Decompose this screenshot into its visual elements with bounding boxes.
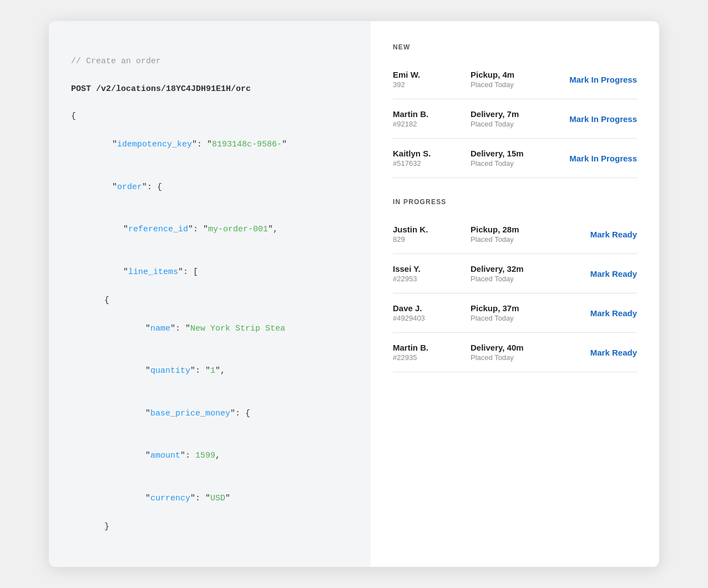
mark-ready-btn-dave[interactable]: Mark Ready (590, 306, 637, 320)
code-brace-open: { (71, 109, 348, 124)
order-row-justin: Justin K. 829 Pickup, 28m Placed Today M… (393, 215, 637, 254)
order-type-dave: Pickup, 37m (471, 303, 548, 313)
order-action-dave[interactable]: Mark Ready (548, 306, 637, 320)
mark-ready-btn-issei[interactable]: Mark Ready (590, 267, 637, 281)
section-header-new: NEW (393, 43, 637, 51)
order-placed-martin-b: Placed Today (471, 120, 548, 128)
code-currency-field: "currency": "USD" (115, 477, 348, 520)
order-row-dave: Dave J. #4929403 Pickup, 37m Placed Toda… (393, 293, 637, 333)
code-item-open: { (104, 293, 348, 308)
main-container: // Create an order POST /v2/locations/18… (49, 21, 659, 567)
mark-in-progress-btn-emi[interactable]: Mark In Progress (569, 73, 637, 87)
mark-in-progress-btn-kaitlyn[interactable]: Mark In Progress (569, 151, 637, 165)
code-line-items-open: "line_items": [ (93, 251, 348, 293)
code-val-refid: my-order-001 (208, 225, 268, 234)
code-key-name: name (150, 324, 170, 333)
order-action-emi[interactable]: Mark In Progress (548, 73, 637, 87)
order-id-issei: #22953 (393, 275, 471, 283)
order-type-justin: Pickup, 28m (471, 225, 548, 234)
code-val-currency: USD (210, 494, 225, 503)
code-quantity-field: "quantity": "1", (115, 350, 348, 393)
order-details-justin: Pickup, 28m Placed Today (471, 225, 548, 244)
order-placed-dave: Placed Today (471, 314, 548, 322)
order-id-kaitlyn: #517632 (393, 159, 471, 168)
code-key-amount: amount (150, 451, 180, 460)
order-details-martin-b2: Delivery, 40m Placed Today (471, 343, 548, 362)
code-item-close: } (104, 520, 348, 534)
customer-name-dave: Dave J. (393, 303, 471, 313)
code-amount-field: "amount": 1599, (115, 435, 348, 478)
code-val-quantity: 1 (210, 366, 215, 376)
order-details-kaitlyn: Delivery, 15m Placed Today (471, 149, 548, 168)
order-customer-martin-b: Martin B. #92182 (393, 109, 471, 128)
order-id-martin-b: #92182 (393, 120, 471, 128)
code-reference-id: "reference_id": "my-order-001", (93, 209, 348, 251)
order-customer-emi: Emi W. 392 (393, 70, 471, 89)
code-key-refid: reference_id (128, 225, 188, 234)
order-type-martin-b2: Delivery, 40m (471, 343, 548, 352)
code-key-currency: currency (150, 494, 190, 503)
order-type-issei: Delivery, 32m (471, 264, 548, 273)
order-id-emi: 392 (393, 80, 471, 89)
code-order-open: "order": { (82, 166, 348, 209)
order-id-martin-b2: #22935 (393, 353, 471, 362)
order-type-kaitlyn: Delivery, 15m (471, 149, 548, 158)
order-type-martin-b: Delivery, 7m (471, 109, 548, 119)
order-action-martin-b[interactable]: Mark In Progress (548, 112, 637, 126)
order-action-kaitlyn[interactable]: Mark In Progress (548, 151, 637, 165)
customer-name-martin-b: Martin B. (393, 109, 471, 119)
section-header-in-progress: IN PROGRESS (393, 198, 637, 206)
order-customer-justin: Justin K. 829 (393, 225, 471, 244)
order-customer-dave: Dave J. #4929403 (393, 303, 471, 322)
order-customer-issei: Issei Y. #22953 (393, 264, 471, 283)
code-endpoint: POST /v2/locations/18YC4JDH91E1H/orc (71, 82, 348, 97)
order-action-martin-b2[interactable]: Mark Ready (548, 346, 637, 359)
order-placed-emi: Placed Today (471, 80, 548, 89)
mark-ready-btn-justin[interactable]: Mark Ready (590, 227, 637, 241)
order-type-emi: Pickup, 4m (471, 70, 548, 79)
order-customer-martin-b2: Martin B. #22935 (393, 343, 471, 362)
code-val-idempotency: 8193148c-9586- (212, 140, 282, 149)
code-key-order: order (117, 183, 142, 192)
order-id-justin: 829 (393, 235, 471, 244)
order-row-kaitlyn: Kaitlyn S. #517632 Delivery, 15m Placed … (393, 139, 637, 178)
order-details-dave: Pickup, 37m Placed Today (471, 303, 548, 322)
customer-name-martin-b2: Martin B. (393, 343, 471, 352)
order-placed-justin: Placed Today (471, 235, 548, 244)
code-price-open: "base_price_money": { (115, 392, 348, 435)
code-name-field: "name": "New York Strip Stea (115, 307, 348, 350)
code-panel: // Create an order POST /v2/locations/18… (49, 21, 371, 567)
order-placed-issei: Placed Today (471, 275, 548, 283)
order-customer-kaitlyn: Kaitlyn S. #517632 (393, 149, 471, 168)
code-key-lineitems: line_items (128, 267, 178, 277)
customer-name-emi: Emi W. (393, 70, 471, 79)
order-id-dave: #4929403 (393, 314, 471, 322)
order-placed-martin-b2: Placed Today (471, 353, 548, 362)
order-details-emi: Pickup, 4m Placed Today (471, 70, 548, 89)
order-action-justin[interactable]: Mark Ready (548, 227, 637, 241)
order-details-issei: Delivery, 32m Placed Today (471, 264, 548, 283)
orders-panel: NEW Emi W. 392 Pickup, 4m Placed Today M… (371, 21, 659, 567)
order-row-martin-b: Martin B. #92182 Delivery, 7m Placed Tod… (393, 99, 637, 139)
code-key-quantity: quantity (150, 366, 190, 376)
order-action-issei[interactable]: Mark Ready (548, 267, 637, 281)
code-key-price: base_price_money (150, 409, 230, 418)
order-row-issei: Issei Y. #22953 Delivery, 32m Placed Tod… (393, 254, 637, 293)
order-placed-kaitlyn: Placed Today (471, 159, 548, 168)
mark-ready-btn-martin-b2[interactable]: Mark Ready (590, 346, 637, 359)
mark-in-progress-btn-martin-b[interactable]: Mark In Progress (569, 112, 637, 126)
order-row-emi: Emi W. 392 Pickup, 4m Placed Today Mark … (393, 60, 637, 99)
code-key-idempotency: idempotency_key (117, 140, 192, 149)
code-val-name: New York Strip Stea (190, 324, 285, 333)
order-row-martin-b2: Martin B. #22935 Delivery, 40m Placed To… (393, 333, 637, 372)
code-val-amount: 1599 (195, 451, 215, 460)
code-idempotency: "idempotency_key": "8193148c-9586-" (82, 124, 348, 166)
code-comment: // Create an order (71, 54, 348, 69)
customer-name-justin: Justin K. (393, 225, 471, 234)
customer-name-kaitlyn: Kaitlyn S. (393, 149, 471, 158)
order-details-martin-b: Delivery, 7m Placed Today (471, 109, 548, 128)
customer-name-issei: Issei Y. (393, 264, 471, 273)
